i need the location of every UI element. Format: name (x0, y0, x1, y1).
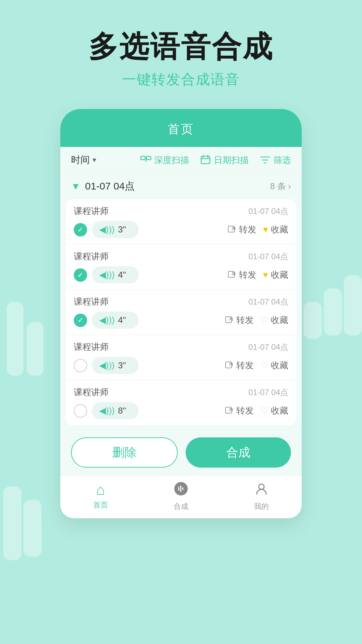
voice-item-3: 课程讲师 01-07 04点 ✓ ◀))) 4" (66, 290, 296, 335)
date-group-count[interactable]: 8 条 › (270, 180, 291, 192)
voice-duration-5: 8" (118, 406, 126, 416)
time-filter-button[interactable]: 时间 ▾ (71, 154, 96, 166)
deep-scan-button[interactable]: 深度扫描 (140, 154, 189, 166)
main-subtitle: 一键转发合成语音 (88, 70, 274, 89)
favorite-button-3[interactable]: ♡ 收藏 (260, 314, 288, 326)
favorite-button-1[interactable]: ♥ 收藏 (263, 224, 288, 235)
checkbox-2[interactable]: ✓ (74, 268, 87, 282)
voice-duration-4: 3" (118, 360, 126, 371)
voice-bar-3[interactable]: ◀))) 4" (92, 312, 139, 329)
svg-line-11 (232, 273, 234, 275)
favorite-label-1: 收藏 (271, 224, 288, 235)
delete-button[interactable]: 删除 (71, 437, 178, 468)
voice-item-left-4: ◀))) 3" (74, 357, 139, 374)
heart-icon-1: ♥ (263, 224, 268, 235)
favorite-label-4: 收藏 (271, 360, 288, 371)
favorite-button-4[interactable]: ♡ 收藏 (260, 360, 288, 371)
app-header: 多选语音合成 一键转发合成语音 (88, 27, 274, 89)
voice-item-actions-5: 转发 ♡ 收藏 (225, 405, 288, 417)
heart-icon-3: ♡ (260, 315, 268, 325)
filter-label: 筛选 (274, 154, 291, 166)
forward-button-1[interactable]: 转发 (228, 224, 256, 235)
svg-rect-20 (180, 485, 181, 492)
checkbox-3[interactable]: ✓ (74, 314, 87, 327)
voice-bar-5[interactable]: ◀))) 8" (92, 402, 139, 419)
time-filter-label: 时间 (71, 154, 90, 166)
voice-wave-icon-5: ◀))) (99, 406, 115, 416)
check-icon-1: ✓ (77, 225, 83, 234)
svg-rect-21 (182, 487, 183, 490)
voice-item-author-5: 课程讲师 (74, 386, 109, 398)
voice-item-header-5: 课程讲师 01-07 04点 (74, 386, 288, 398)
nav-item-home[interactable]: ⌂ 首页 (60, 481, 141, 512)
toolbar-right: 深度扫描 日期扫描 筛选 (140, 154, 291, 166)
voice-bar-2[interactable]: ◀))) 4" (92, 266, 139, 283)
forward-label-2: 转发 (239, 269, 256, 281)
synthesize-nav-icon (174, 481, 188, 499)
voice-item-actions-3: 转发 ♡ 收藏 (225, 314, 288, 326)
svg-rect-16 (226, 407, 232, 413)
voice-item-author-1: 课程讲师 (74, 205, 109, 217)
svg-rect-4 (201, 156, 210, 164)
synthesize-button[interactable]: 合成 (186, 437, 291, 468)
svg-line-13 (229, 318, 232, 320)
forward-icon-1 (228, 225, 236, 234)
voice-item-time-4: 01-07 04点 (248, 342, 288, 353)
check-icon-2: ✓ (77, 271, 83, 279)
voice-item-left-2: ✓ ◀))) 4" (74, 266, 139, 283)
voice-wave-icon-2: ◀))) (99, 270, 115, 280)
svg-point-22 (259, 484, 264, 489)
heart-icon-4: ♡ (260, 360, 268, 371)
favorite-button-5[interactable]: ♡ 收藏 (260, 405, 288, 417)
voice-item-time-3: 01-07 04点 (248, 297, 288, 307)
filter-icon (259, 154, 271, 166)
svg-rect-14 (226, 362, 232, 368)
forward-label-4: 转发 (236, 360, 254, 371)
date-scan-button[interactable]: 日期扫描 (200, 154, 249, 166)
voice-item-body-4: ◀))) 3" 转发 ♡ 收藏 (74, 357, 288, 374)
favorite-button-2[interactable]: ♥ 收藏 (263, 269, 288, 281)
date-group-header: ▼ 01-07 04点 8 条 › (60, 173, 302, 199)
date-scan-icon (200, 154, 211, 166)
voice-bar-4[interactable]: ◀))) 3" (92, 357, 139, 374)
voice-item-4: 课程讲师 01-07 04点 ◀))) 3" (66, 335, 296, 380)
svg-rect-19 (178, 487, 179, 491)
phone-card: 首页 时间 ▾ 深度扫描 (60, 109, 302, 518)
checkbox-1[interactable]: ✓ (74, 223, 87, 236)
home-icon: ⌂ (96, 481, 105, 498)
nav-label-mine: 我的 (254, 501, 269, 512)
voice-bar-1[interactable]: ◀))) 3" (92, 221, 139, 238)
favorite-label-2: 收藏 (271, 269, 288, 281)
forward-icon-2 (228, 271, 236, 279)
forward-icon-3 (225, 316, 234, 325)
heart-icon-5: ♡ (260, 406, 268, 416)
forward-label-1: 转发 (239, 224, 256, 235)
checkbox-5[interactable] (74, 404, 87, 418)
date-group-count-value: 8 条 (270, 180, 286, 192)
favorite-label-5: 收藏 (271, 405, 288, 417)
svg-rect-1 (146, 156, 151, 160)
forward-button-4[interactable]: 转发 (225, 360, 254, 371)
nav-item-synthesize[interactable]: 合成 (141, 481, 221, 512)
nav-bar: 首页 (60, 109, 302, 147)
svg-rect-12 (226, 317, 232, 323)
filter-button[interactable]: 筛选 (259, 154, 291, 166)
forward-icon-4 (225, 361, 234, 370)
svg-line-9 (232, 227, 234, 230)
voice-item-header-1: 课程讲师 01-07 04点 (74, 205, 288, 217)
voice-duration-1: 3" (118, 224, 126, 235)
deep-scan-icon (140, 154, 152, 166)
chevron-right-icon: › (288, 181, 291, 192)
voice-item-5: 课程讲师 01-07 04点 ◀))) 8" (66, 380, 296, 425)
forward-button-5[interactable]: 转发 (225, 405, 254, 417)
favorite-label-3: 收藏 (271, 314, 288, 326)
nav-bar-title: 首页 (60, 121, 302, 138)
forward-button-2[interactable]: 转发 (228, 269, 256, 281)
voice-item-header-3: 课程讲师 01-07 04点 (74, 296, 288, 308)
checkbox-4[interactable] (74, 359, 87, 372)
forward-button-3[interactable]: 转发 (225, 314, 254, 326)
voice-item-actions-1: 转发 ♥ 收藏 (228, 224, 288, 235)
nav-item-mine[interactable]: 我的 (221, 481, 302, 512)
date-group-label: 01-07 04点 (85, 179, 135, 193)
voice-item-header-2: 课程讲师 01-07 04点 (74, 251, 288, 262)
